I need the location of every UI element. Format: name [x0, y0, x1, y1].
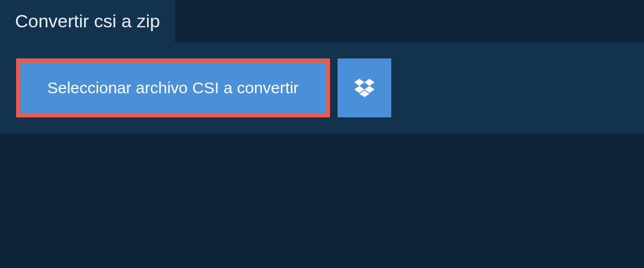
select-file-button[interactable]: Seleccionar archivo CSI a convertir — [20, 63, 326, 113]
tab-title: Convertir csi a zip — [15, 11, 160, 32]
select-file-highlight: Seleccionar archivo CSI a convertir — [16, 58, 330, 117]
active-tab[interactable]: Convertir csi a zip — [0, 0, 175, 42]
converter-panel: Seleccionar archivo CSI a convertir — [0, 42, 644, 133]
button-row: Seleccionar archivo CSI a convertir — [16, 58, 628, 117]
dropbox-button[interactable] — [338, 58, 391, 117]
dropbox-icon — [354, 79, 375, 97]
